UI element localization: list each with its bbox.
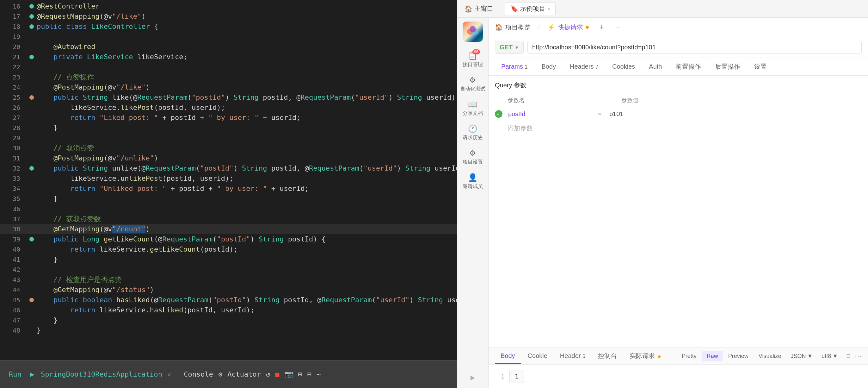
resp-tab-header[interactable]: Header 5 xyxy=(554,349,591,364)
camera-icon[interactable]: 📷 xyxy=(285,370,293,378)
quick-request-label: 快捷请求 xyxy=(558,23,583,32)
app-close-button[interactable]: × xyxy=(167,370,171,378)
interface-mgmt-label: 接口管理 xyxy=(463,61,483,68)
sidebar-item-project-settings[interactable]: ⚙ 项目设置 xyxy=(457,146,488,169)
settings-icon-container: ⚙ xyxy=(469,149,476,158)
line-number: 24 xyxy=(3,82,20,92)
line-number: 29 xyxy=(3,133,20,143)
resp-tab-console[interactable]: 控制台 xyxy=(592,348,623,365)
format-chevron-icon: ▼ xyxy=(807,353,813,360)
tab-settings[interactable]: 设置 xyxy=(748,58,773,76)
resp-visualize-button[interactable]: Visualize xyxy=(754,351,786,361)
tab-auth[interactable]: Auth xyxy=(643,59,668,75)
more-options-icon[interactable]: ⋯ xyxy=(316,370,321,378)
resp-tab-cookie[interactable]: Cookie xyxy=(522,349,553,364)
home-tab[interactable]: 🏠 主窗口 xyxy=(461,4,497,13)
method-label: GET xyxy=(500,44,513,51)
param-value-field[interactable]: p101 xyxy=(609,111,862,118)
run-button[interactable]: Run xyxy=(5,369,25,380)
method-select[interactable]: GET ▼ xyxy=(495,41,524,54)
layout-icon[interactable]: ⊞ xyxy=(298,370,302,378)
resp-raw-button[interactable]: Raw xyxy=(702,351,722,361)
code-line-23: 23 // 点赞操作 xyxy=(0,72,457,82)
invite-members-label: 邀请成员 xyxy=(463,183,483,190)
code-line-46: 46 return likeService.hasLiked(postId, u… xyxy=(0,305,457,315)
line-content: // 获取点赞数 xyxy=(37,214,455,224)
share-doc-label: 分享文档 xyxy=(463,110,483,117)
line-content: return "Unliked post: " + postId + " by … xyxy=(37,184,455,194)
tab-pre-operation[interactable]: 前置操作 xyxy=(670,58,707,76)
collapse-icon: ▶ xyxy=(470,375,475,381)
resp-align-icon[interactable]: ≡ xyxy=(843,351,854,361)
code-line-34: 34 return "Unliked post: " + postId + " … xyxy=(0,184,457,194)
sidebar-item-request-history[interactable]: 🕐 请求历史 xyxy=(457,121,488,144)
url-bar: GET ▼ xyxy=(489,37,868,58)
line-content: public String like(@RequestParam("postId… xyxy=(37,92,457,102)
resp-more-options-button[interactable]: ⋯ xyxy=(855,352,862,360)
encoding-select[interactable]: utf8 ▼ xyxy=(818,351,842,361)
request-history-icon: 🕐 xyxy=(468,124,477,133)
line-gutter xyxy=(27,298,37,302)
panel-inner: 📋 96 接口管理 ⚙ 自动化测试 📖 分享文档 🕐 请求历史 xyxy=(457,18,868,388)
quick-request-button[interactable]: ⚡ 快捷请求 xyxy=(547,23,589,32)
gutter-dot xyxy=(29,95,34,100)
resp-pretty-button[interactable]: Pretty xyxy=(677,351,701,361)
console-label[interactable]: Console xyxy=(184,370,213,378)
sidebar-item-auto-test[interactable]: ⚙ 自动化测试 xyxy=(457,72,488,96)
tab-body[interactable]: Body xyxy=(535,59,562,75)
code-line-31: 31 @PostMapping(@v"/unlike") xyxy=(0,153,457,163)
gutter-dot xyxy=(29,298,34,302)
line-number: 33 xyxy=(3,173,20,184)
param-equals-sign: = xyxy=(590,111,609,118)
resp-tab-actual-request[interactable]: 实际请求 xyxy=(624,348,666,365)
actuator-label[interactable]: Actuator xyxy=(227,370,261,378)
add-request-button[interactable]: + xyxy=(596,22,607,32)
line-number: 18 xyxy=(3,22,20,32)
resp-preview-button[interactable]: Preview xyxy=(724,351,753,361)
line-content: public boolean hasLiked(@RequestParam("p… xyxy=(37,295,457,305)
split-icon[interactable]: ⊟ xyxy=(307,370,311,378)
tab-params[interactable]: Params 1 xyxy=(495,59,534,75)
resp-view-options: Pretty Raw Preview Visualize JSON ▼ utf8… xyxy=(677,351,862,361)
tab-cookies[interactable]: Cookies xyxy=(606,59,641,75)
line-number: 38 xyxy=(3,224,20,234)
url-input[interactable] xyxy=(527,41,862,54)
unsaved-indicator xyxy=(586,26,589,29)
stop-icon[interactable]: ■ xyxy=(275,370,279,378)
project-tab-close[interactable]: × xyxy=(547,6,550,12)
code-line-29: 29 xyxy=(0,133,457,143)
project-overview-button[interactable]: 🏠 项目概览 xyxy=(495,23,531,32)
add-param-label: 添加参数 xyxy=(507,124,533,132)
code-editor: 16 @RestController 17 @RequestMapping(@v… xyxy=(0,0,457,388)
code-line-33: 33 likeService.unlikePost(postId, userId… xyxy=(0,173,457,184)
line-number: 20 xyxy=(3,42,20,52)
auto-test-label: 自动化测试 xyxy=(460,86,485,92)
line-number: 36 xyxy=(3,204,20,214)
line-gutter xyxy=(27,55,37,59)
code-line-21: 21 private LikeService likeService; xyxy=(0,52,457,62)
sidebar-item-interface-mgmt[interactable]: 📋 96 接口管理 xyxy=(457,48,488,71)
sidebar-collapse-button[interactable]: ▶ xyxy=(467,371,478,384)
line-content: likeService.likePost(postId, userId); xyxy=(37,102,455,113)
project-tab[interactable]: 🔖 示例项目 × xyxy=(505,2,556,15)
line-number: 31 xyxy=(3,153,20,163)
app-name-label: SpringBoot310RedisApplication xyxy=(41,370,162,378)
resp-tab-body[interactable]: Body xyxy=(495,349,521,364)
gutter-dot xyxy=(29,14,34,19)
header-divider: / xyxy=(538,24,540,31)
line-number: 40 xyxy=(3,244,20,255)
format-select[interactable]: JSON ▼ xyxy=(787,351,816,361)
add-param-button[interactable]: 添加参数 xyxy=(495,121,862,136)
tab-headers[interactable]: Headers 7 xyxy=(563,59,604,75)
sidebar-item-share-doc[interactable]: 📖 分享文档 xyxy=(457,97,488,120)
sidebar-item-invite-members[interactable]: 👤 邀请成员 xyxy=(457,170,488,193)
tab-post-operation[interactable]: 后置操作 xyxy=(709,58,747,76)
line-content: @PostMapping(@v"/like") xyxy=(37,82,455,92)
code-line-47: 47 } xyxy=(0,315,457,325)
share-doc-icon: 📖 xyxy=(468,100,477,109)
refresh-icon[interactable]: ↺ xyxy=(266,370,270,378)
line-number: 39 xyxy=(3,234,20,244)
param-checkbox[interactable]: ✓ xyxy=(495,110,504,118)
more-options-button[interactable]: ··· xyxy=(614,24,621,31)
response-body: 1 1 xyxy=(489,365,868,388)
